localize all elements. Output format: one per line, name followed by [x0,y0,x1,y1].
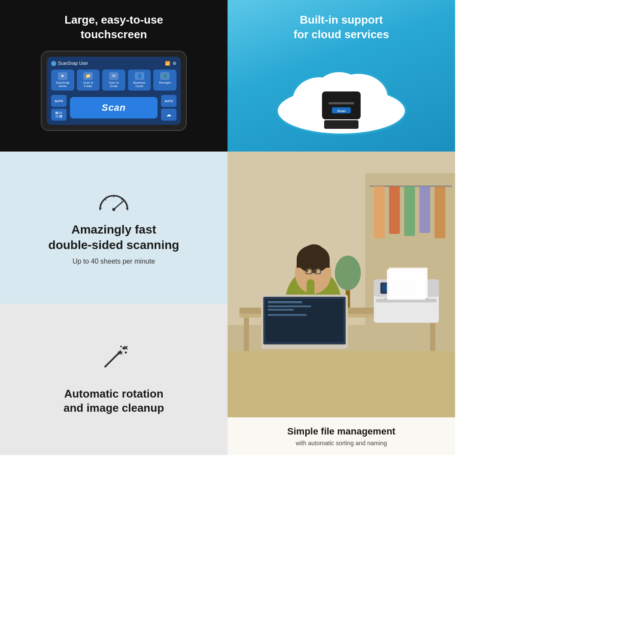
auto-label-3: AUTO [164,100,173,103]
fast-scanning-subtext: Up to 40 sheets per minute [73,258,155,265]
svg-rect-13 [328,102,354,104]
svg-point-70 [120,346,122,347]
scan-action-row: AUTO Scan AU [51,95,176,121]
svg-line-66 [105,352,120,367]
svg-rect-54 [267,306,311,307]
speedometer-svg [94,190,133,213]
svg-rect-37 [244,318,249,352]
svg-rect-42 [297,259,330,268]
scansnap-home-btn[interactable]: ★ ScanSnapHome [51,70,74,91]
screen-user-label: ScanSnap User [51,61,88,66]
svg-line-18 [105,199,106,200]
person-scene-svg [228,152,455,455]
photo-panel: Simple file management with automatic so… [228,152,455,455]
business-cards-btn[interactable]: 👤 BusinessCards [128,70,151,91]
scan-to-email-btn[interactable]: ✉ Scan toEmail [102,70,125,91]
scanner-screen: ScanSnap User 📶 ⚙ ★ ScanSnapHome 📁 Scan … [47,57,181,125]
scan-side-buttons: AUTO [51,95,67,121]
person-desk-scene: Simple file management with automatic so… [228,152,455,455]
wifi-icon: 📶 [165,61,170,66]
svg-rect-16 [324,120,358,129]
svg-line-20 [121,199,122,200]
file-management-subtext: with automatic sorting and naming [236,440,447,447]
file-management-overlay: Simple file management with automatic so… [228,417,455,455]
wand-svg [99,343,129,373]
auto-btn-2[interactable] [51,109,67,121]
svg-rect-30 [404,186,415,236]
user-avatar-dot [51,61,56,66]
cloud-scene: Scan [273,51,410,137]
svg-rect-28 [374,186,385,238]
rotation-heading: Automatic rotation and image cleanup [64,387,164,416]
cloud-svg: Scan [273,51,410,137]
svg-rect-29 [389,186,400,234]
scan-to-folder-btn[interactable]: 📁 Scan toFolder [77,70,100,91]
email-icon: ✉ [109,72,118,80]
cloud-heading: Built-in support for cloud services [294,13,389,42]
auto-btn-3[interactable]: AUTO [161,95,176,107]
svg-text:Scan: Scan [337,109,345,113]
svg-line-22 [114,201,124,210]
svg-rect-1 [59,112,62,114]
screen-app-buttons: ★ ScanSnapHome 📁 Scan toFolder ✉ Scan to… [51,70,176,91]
svg-rect-52 [265,299,343,343]
svg-point-33 [335,256,361,291]
scan-main-button[interactable]: Scan [70,97,158,118]
settings-icon: ⚙ [173,61,176,66]
contact-icon: 👤 [135,72,144,80]
cloud-btn[interactable]: ☁ [161,109,176,121]
svg-rect-31 [419,186,430,233]
cloud-upload-icon: ☁ [166,112,171,118]
rotation-panel: Automatic rotation and image cleanup [0,304,228,455]
touchscreen-panel: Large, easy-to-use touchscreen ScanSnap … [0,0,228,152]
svg-rect-55 [267,309,294,311]
receipt-icon: 💲 [160,72,170,80]
magic-wand-icon [99,343,129,378]
auto-label-1: AUTO [55,100,63,103]
svg-rect-0 [55,112,58,114]
cloud-panel: Built-in support for cloud services Scan [228,0,455,152]
svg-rect-2 [55,115,58,118]
file-management-heading: Simple file management [236,426,447,437]
svg-rect-53 [267,301,302,304]
cards-btn-label: BusinessCards [133,81,145,88]
star-icon: ★ [58,72,67,80]
svg-rect-56 [267,314,307,316]
svg-point-23 [112,208,115,211]
svg-rect-38 [430,318,435,352]
fast-scanning-heading: Amazingly fast double-sided scanning [49,222,179,253]
receipts-btn[interactable]: 💲 Receipts [153,70,176,91]
svg-rect-64 [389,268,428,298]
svg-rect-12 [322,91,361,119]
touchscreen-heading: Large, easy-to-use touchscreen [64,13,163,42]
screen-header: ScanSnap User 📶 ⚙ [51,61,176,66]
svg-point-43 [304,244,323,258]
folder-icon: 📁 [83,72,93,80]
svg-point-69 [125,351,127,353]
email-btn-label: Scan toEmail [109,81,119,88]
pattern-icon [55,112,62,118]
scan-right-buttons: AUTO ☁ [161,95,176,121]
svg-rect-32 [434,186,445,238]
speedometer-icon [94,190,133,213]
folder-btn-label: Scan toFolder [83,81,94,88]
fast-scanning-panel: Amazingly fast double-sided scanning Up … [0,152,228,303]
scanner-device-mockup: ScanSnap User 📶 ⚙ ★ ScanSnapHome 📁 Scan … [41,51,187,131]
svg-rect-3 [59,115,62,118]
screen-status-icons: 📶 ⚙ [165,61,176,66]
auto-btn-1[interactable]: AUTO [51,95,67,107]
receipts-btn-label: Receipts [159,81,171,85]
home-btn-label: ScanSnapHome [56,81,70,88]
